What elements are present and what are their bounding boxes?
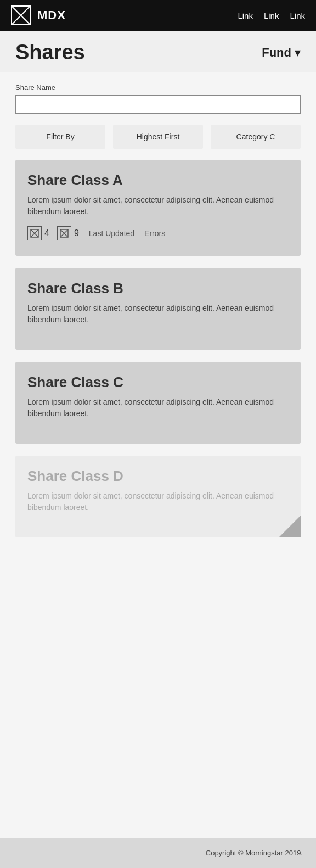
share-card-b[interactable]: Share Class B Lorem ipsum dolor sit amet… [15, 268, 301, 350]
page-header: Shares Fund ▾ [0, 31, 316, 72]
filter-by-button[interactable]: Filter By [15, 125, 105, 149]
icon-envelope-1 [27, 226, 42, 240]
meta-count-2: 9 [74, 228, 79, 238]
share-card-d-desc: Lorem ipsum dolor sit amet, consectetur … [27, 490, 289, 513]
copyright-text: Copyright © Morningstar 2019. [206, 849, 303, 857]
filter-row: Filter By Highest First Category C [15, 125, 301, 149]
page-title: Shares [15, 41, 85, 64]
nav-link-1[interactable]: Link [238, 11, 253, 20]
chevron-down-icon: ▾ [295, 46, 301, 60]
nav-link-3[interactable]: Link [290, 11, 305, 20]
share-card-b-title: Share Class B [27, 280, 289, 297]
logo-text: MDX [37, 8, 66, 23]
icon-envelope-2 [57, 226, 71, 240]
card-corner-icon [279, 516, 301, 537]
meta-item-2: 9 [57, 226, 79, 240]
main-content: Share Name Filter By Highest First Categ… [0, 72, 316, 618]
share-card-c-title: Share Class C [27, 374, 289, 391]
fund-selector[interactable]: Fund ▾ [262, 46, 301, 60]
fund-label: Fund [262, 46, 291, 60]
search-input[interactable] [15, 95, 301, 114]
share-card-a-desc: Lorem ipsum dolor sit amet, consectetur … [27, 194, 289, 217]
share-card-d[interactable]: Share Class D Lorem ipsum dolor sit amet… [15, 456, 301, 537]
meta-count-1: 4 [44, 228, 49, 238]
share-card-d-title: Share Class D [27, 468, 289, 485]
footer: Copyright © Morningstar 2019. [0, 838, 316, 868]
meta-item-1: 4 [27, 226, 49, 240]
meta-last-updated: Last Updated [89, 229, 134, 238]
header-nav: Link Link Link [238, 11, 305, 20]
spacer [0, 618, 316, 838]
meta-errors: Errors [144, 229, 165, 238]
share-card-a-meta: 4 9 Last Updated Errors [27, 226, 289, 240]
share-card-a[interactable]: Share Class A Lorem ipsum dolor sit amet… [15, 160, 301, 256]
logo-area: MDX [11, 5, 66, 25]
share-card-b-desc: Lorem ipsum dolor sit amet, consectetur … [27, 303, 289, 326]
nav-link-2[interactable]: Link [264, 11, 279, 20]
share-card-c-desc: Lorem ipsum dolor sit amet, consectetur … [27, 396, 289, 419]
app-header: MDX Link Link Link [0, 0, 316, 31]
share-card-c[interactable]: Share Class C Lorem ipsum dolor sit amet… [15, 362, 301, 444]
share-card-a-title: Share Class A [27, 172, 289, 189]
logo-icon [11, 5, 31, 25]
highest-first-button[interactable]: Highest First [113, 125, 203, 149]
search-label: Share Name [15, 83, 301, 92]
category-c-button[interactable]: Category C [211, 125, 301, 149]
